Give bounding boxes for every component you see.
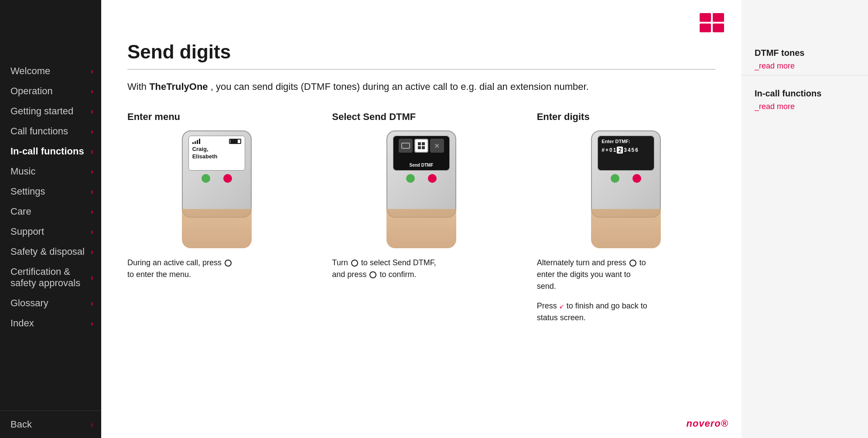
- sidebar-item-call-functions[interactable]: Call functions ›: [0, 121, 101, 141]
- phone-down-icon: ↙: [559, 302, 564, 311]
- column-select-dtmf: Select Send DTMF: [332, 111, 510, 281]
- col1-title: Enter menu: [127, 111, 306, 123]
- logo-cell-4: [713, 24, 724, 32]
- column-enter-digits: Enter digits Enter DTMF: # + 0: [537, 111, 715, 324]
- page-title: Send digits: [127, 41, 715, 70]
- main-content: Send digits With TheTrulyOne , you can s…: [101, 0, 742, 438]
- red-button-1: [223, 174, 232, 183]
- sidebar-item-index[interactable]: Index ›: [0, 313, 101, 333]
- chevron-icon-active: ›: [91, 147, 93, 156]
- sidebar-label-operation: Operation: [10, 86, 53, 97]
- red-button-3: [632, 174, 641, 183]
- sidebar-item-safety[interactable]: Safety & disposal ›: [0, 242, 101, 262]
- chevron-icon: ›: [91, 319, 93, 328]
- green-button-3: [611, 174, 619, 183]
- device-body-2: ✕ Send DTMF: [386, 130, 456, 218]
- hand-2: [386, 209, 456, 248]
- sidebar-item-settings[interactable]: Settings ›: [0, 181, 101, 202]
- col2-desc: Turn to select Send DTMF, and press to c…: [332, 257, 445, 281]
- sidebar-label-in-call-functions: In-call functions: [10, 146, 84, 157]
- green-button-2: [406, 174, 415, 183]
- chevron-icon: ›: [91, 87, 93, 96]
- sidebar-item-glossary[interactable]: Glossary ›: [0, 293, 101, 313]
- page-intro: With TheTrulyOne , you can send digits (…: [127, 79, 607, 94]
- right-title-in-call: In-call functions: [755, 89, 855, 99]
- hand-1: [182, 209, 252, 248]
- sidebar-nav: Welcome › Operation › Getting started › …: [0, 0, 101, 411]
- device-buttons-2: [406, 174, 437, 183]
- dtmf-read-more-link[interactable]: _read more: [755, 62, 795, 70]
- chevron-icon: ›: [91, 127, 93, 136]
- chevron-icon: ›: [91, 67, 93, 76]
- device-screen-3: Enter DTMF: # + 0 1 2 3 4 5: [598, 136, 654, 171]
- back-label: Back: [10, 419, 32, 430]
- intro-brand: TheTrulyOne: [149, 81, 208, 92]
- col2-title: Select Send DTMF: [332, 111, 510, 123]
- intro-before: With: [127, 81, 149, 92]
- device-illustration-1: Craig,Elisabeth: [173, 130, 260, 253]
- sidebar-label-music: Music: [10, 166, 35, 177]
- green-button-1: [202, 174, 210, 183]
- logo-cell-3: [700, 24, 711, 32]
- chevron-left-icon: ‹: [91, 420, 93, 429]
- sidebar-label-call-functions: Call functions: [10, 126, 68, 137]
- sidebar-label-index: Index: [10, 318, 34, 329]
- ring-icon-3: [369, 271, 376, 278]
- sidebar-label-certification: Certification & safety approvals: [10, 266, 91, 289]
- sidebar-label-getting-started: Getting started: [10, 106, 73, 117]
- sidebar-item-certification[interactable]: Certification & safety approvals ›: [0, 262, 101, 293]
- logo-cell-2: [713, 13, 724, 22]
- device-body-3: Enter DTMF: # + 0 1 2 3 4 5: [591, 130, 661, 218]
- ring-icon-2: [351, 260, 358, 267]
- chevron-icon: ›: [91, 273, 93, 282]
- right-section-in-call: In-call functions _read more: [742, 75, 868, 116]
- device-illustration-3: Enter DTMF: # + 0 1 2 3 4 5: [582, 130, 670, 253]
- page-body: Send digits With TheTrulyOne , you can s…: [101, 32, 742, 438]
- sidebar: Welcome › Operation › Getting started › …: [0, 0, 101, 438]
- intro-after: , you can send digits (DTMF tones) durin…: [211, 81, 589, 92]
- column-enter-menu: Enter menu: [127, 111, 306, 281]
- right-title-dtmf: DTMF tones: [755, 48, 855, 58]
- col1-desc: During an active call, press to enter th…: [127, 257, 241, 281]
- logo-cell-1: [700, 13, 711, 22]
- sidebar-item-in-call-functions[interactable]: In-call functions ›: [0, 141, 101, 161]
- sidebar-label-care: Care: [10, 206, 31, 217]
- device-screen-2: ✕ Send DTMF: [393, 136, 450, 171]
- device-screen-1: Craig,Elisabeth: [188, 136, 245, 171]
- hand-3: [591, 209, 661, 248]
- col3-desc2: Press ↙ to finish and go back to status …: [537, 300, 650, 324]
- sidebar-item-support[interactable]: Support ›: [0, 222, 101, 242]
- sidebar-item-care[interactable]: Care ›: [0, 202, 101, 222]
- right-sidebar: DTMF tones _read more In-call functions …: [742, 0, 868, 438]
- ring-icon-4: [629, 260, 636, 267]
- chevron-icon: ›: [91, 299, 93, 308]
- sidebar-label-glossary: Glossary: [10, 298, 48, 309]
- sidebar-label-settings: Settings: [10, 186, 45, 197]
- red-button-2: [428, 174, 437, 183]
- main-header: [101, 0, 742, 32]
- back-button[interactable]: Back ‹: [0, 411, 101, 438]
- sidebar-label-safety: Safety & disposal: [10, 246, 85, 257]
- in-call-read-more-link[interactable]: _read more: [755, 102, 795, 111]
- app-logo: [700, 13, 724, 32]
- novero-logo: novero®: [686, 418, 728, 429]
- chevron-icon: ›: [91, 207, 93, 216]
- chevron-icon: ›: [91, 247, 93, 257]
- sidebar-item-music[interactable]: Music ›: [0, 161, 101, 181]
- three-columns: Enter menu: [127, 111, 715, 324]
- chevron-icon: ›: [91, 167, 93, 176]
- right-section-dtmf: DTMF tones _read more: [742, 35, 868, 75]
- device-illustration-2: ✕ Send DTMF: [378, 130, 465, 253]
- sidebar-item-operation[interactable]: Operation ›: [0, 81, 101, 101]
- col3-title: Enter digits: [537, 111, 715, 123]
- chevron-icon: ›: [91, 107, 93, 116]
- chevron-icon: ›: [91, 187, 93, 196]
- dtmf-header: Enter DTMF:: [601, 139, 650, 144]
- device-buttons-3: [611, 174, 641, 183]
- sidebar-item-welcome[interactable]: Welcome ›: [0, 61, 101, 81]
- sidebar-label-support: Support: [10, 226, 44, 237]
- device-buttons-1: [202, 174, 232, 183]
- sidebar-item-getting-started[interactable]: Getting started ›: [0, 101, 101, 121]
- sidebar-label-welcome: Welcome: [10, 65, 50, 77]
- col3-desc1: Alternately turn and press to enter the …: [537, 257, 650, 292]
